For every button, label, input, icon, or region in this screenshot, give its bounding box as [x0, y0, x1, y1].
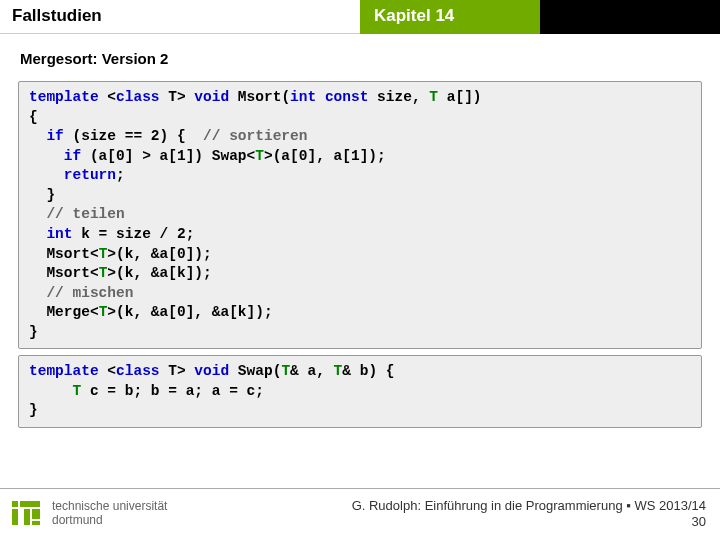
code-token: if: [64, 148, 81, 164]
code-token: const: [325, 89, 369, 105]
code-token: }: [29, 324, 38, 340]
code-comment: // sortieren: [203, 128, 307, 144]
code-token: Msort<: [29, 265, 99, 281]
code-token: T: [334, 363, 343, 379]
code-token: {: [29, 109, 38, 125]
code-token: k = size / 2;: [73, 226, 195, 242]
code-token: c = b; b = a; a = c;: [81, 383, 264, 399]
header-black-bar: [540, 0, 720, 34]
code-token: }: [29, 402, 38, 418]
code-token: [29, 148, 64, 164]
code-block-swap: template <class T> void Swap(T& a, T& b)…: [18, 355, 702, 428]
code-token: & b) {: [342, 363, 394, 379]
code-token: & a,: [290, 363, 334, 379]
code-token: [29, 206, 46, 222]
code-token: class: [116, 89, 160, 105]
code-token: T: [73, 383, 82, 399]
code-token: [29, 167, 64, 183]
code-token: (size == 2) {: [64, 128, 203, 144]
code-token: int: [46, 226, 72, 242]
code-token: int: [290, 89, 316, 105]
slide-subtitle: Mergesort: Version 2: [0, 34, 720, 75]
svg-rect-2: [20, 501, 40, 507]
code-token: }: [29, 187, 55, 203]
page-number: 30: [352, 514, 706, 530]
code-token: <: [99, 89, 116, 105]
code-token: template: [29, 363, 99, 379]
code-token: Swap(: [229, 363, 281, 379]
code-comment: // teilen: [46, 206, 124, 222]
code-token: [29, 383, 73, 399]
code-token: Msort<: [29, 246, 99, 262]
code-token: T>: [160, 89, 195, 105]
header-left-title: Fallstudien: [0, 0, 360, 34]
code-token: [29, 226, 46, 242]
code-token: T: [429, 89, 438, 105]
uni-line1: technische universität: [52, 500, 167, 513]
code-token: >(k, &a[k]);: [107, 265, 211, 281]
svg-rect-0: [12, 501, 18, 507]
svg-rect-3: [24, 509, 30, 525]
tu-logo-icon: [10, 497, 44, 531]
code-token: >(k, &a[0], &a[k]);: [107, 304, 272, 320]
header-chapter: Kapitel 14: [360, 0, 540, 34]
code-token: T: [255, 148, 264, 164]
university-name: technische universität dortmund: [52, 500, 167, 526]
code-token: >(k, &a[0]);: [107, 246, 211, 262]
code-token: Merge<: [29, 304, 99, 320]
code-token: a[]): [438, 89, 482, 105]
svg-rect-4: [32, 509, 40, 519]
slide-footer: technische universität dortmund G. Rudol…: [0, 488, 720, 540]
code-comment: // mischen: [46, 285, 133, 301]
code-token: void: [194, 89, 229, 105]
university-logo: technische universität dortmund: [10, 497, 167, 531]
code-token: void: [194, 363, 229, 379]
code-token: template: [29, 89, 99, 105]
code-token: >(a[0], a[1]);: [264, 148, 386, 164]
slide-header: Fallstudien Kapitel 14: [0, 0, 720, 34]
code-token: if: [46, 128, 63, 144]
code-token: [29, 128, 46, 144]
svg-rect-5: [32, 521, 40, 525]
code-token: Msort(: [229, 89, 290, 105]
svg-rect-1: [12, 509, 18, 525]
uni-line2: dortmund: [52, 514, 167, 527]
footer-credit: G. Rudolph: Einführung in die Programmie…: [352, 498, 706, 529]
code-token: (a[0] > a[1]) Swap<: [81, 148, 255, 164]
code-token: T>: [160, 363, 195, 379]
code-token: ;: [116, 167, 125, 183]
code-block-msort: template <class T> void Msort(int const …: [18, 81, 702, 349]
code-token: [316, 89, 325, 105]
code-token: class: [116, 363, 160, 379]
code-token: <: [99, 363, 116, 379]
code-token: return: [64, 167, 116, 183]
code-token: size,: [368, 89, 429, 105]
code-token: T: [281, 363, 290, 379]
code-token: [29, 285, 46, 301]
credit-line: G. Rudolph: Einführung in die Programmie…: [352, 498, 706, 514]
